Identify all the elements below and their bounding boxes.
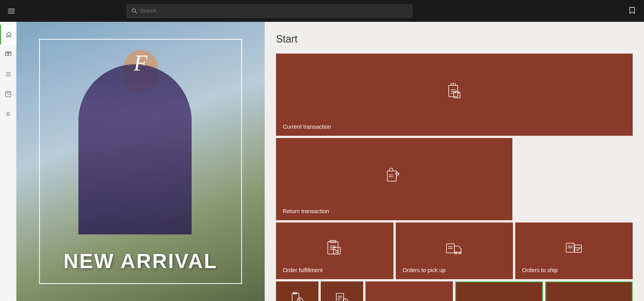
tile-small-1[interactable]: [276, 281, 318, 301]
return-transaction-icon: [385, 168, 403, 187]
row-2: Order fulfillment: [276, 222, 633, 279]
tile-order-fulfillment[interactable]: Order fulfillment: [276, 222, 393, 279]
svg-point-0: [132, 9, 136, 12]
svg-rect-15: [387, 171, 396, 181]
orders-to-pick-up-label: Orders to pick up: [403, 267, 446, 274]
sidebar-item-products[interactable]: [0, 44, 16, 64]
order-fulfillment-icon: [326, 239, 344, 258]
sidebar-item-count[interactable]: 0: [0, 104, 16, 124]
svg-rect-4: [5, 52, 8, 53]
search-bar[interactable]: [127, 5, 412, 18]
sidebar: 0: [0, 22, 16, 301]
row-3: My clients Tasks Store clients: [276, 281, 633, 301]
current-transaction-label: Current transaction: [283, 124, 331, 130]
panel-title: Start: [276, 33, 633, 45]
hero-text: NEW ARRIVAL: [64, 249, 218, 273]
return-transaction-label: Return transaction: [283, 208, 329, 215]
tile-small-2[interactable]: [321, 281, 363, 301]
hero-image: F NEW ARRIVAL: [16, 22, 265, 301]
svg-rect-3: [8, 53, 11, 56]
main-content: 0 F NEW ARRIVAL Start: [0, 22, 644, 301]
sidebar-item-list[interactable]: [0, 64, 16, 84]
tiles-grid: Current transaction Retu: [276, 54, 633, 301]
tile-my-clients[interactable]: My clients: [365, 281, 453, 301]
svg-rect-5: [8, 52, 11, 53]
svg-rect-37: [292, 293, 299, 301]
orders-to-pick-up-icon: [445, 239, 463, 258]
search-icon: [132, 8, 137, 14]
svg-rect-35: [575, 245, 581, 252]
current-transaction-icon: [445, 83, 463, 102]
count-label: 0: [7, 111, 10, 117]
tile-tasks[interactable]: Tasks: [455, 281, 543, 301]
tile-orders-to-pick-up[interactable]: Orders to pick up: [396, 222, 513, 279]
small-tile-2-icon: [336, 292, 348, 301]
right-panel: Start: [265, 22, 644, 301]
svg-line-1: [135, 12, 137, 14]
hero-logo: F: [134, 50, 147, 76]
sidebar-item-home[interactable]: [0, 25, 16, 44]
orders-to-ship-icon: [565, 239, 583, 258]
row-1: Current transaction Retu: [276, 54, 633, 220]
svg-rect-2: [5, 53, 8, 56]
hero-area: F NEW ARRIVAL: [16, 22, 265, 301]
orders-to-ship-label: Orders to ship: [522, 267, 558, 274]
tile-orders-to-ship[interactable]: Orders to ship: [515, 222, 633, 279]
tile-store-clients[interactable]: Store clients: [545, 281, 633, 301]
order-fulfillment-label: Order fulfillment: [283, 267, 323, 274]
top-bar: [0, 0, 644, 22]
bookmark-icon[interactable]: [626, 4, 638, 18]
tile-current-transaction[interactable]: Current transaction: [276, 54, 633, 136]
sidebar-item-bag[interactable]: [0, 84, 16, 104]
search-input[interactable]: [140, 8, 407, 14]
hamburger-menu[interactable]: [6, 7, 17, 16]
tile-return-transaction[interactable]: Return transaction: [276, 138, 512, 220]
small-tile-1-icon: [291, 292, 303, 301]
